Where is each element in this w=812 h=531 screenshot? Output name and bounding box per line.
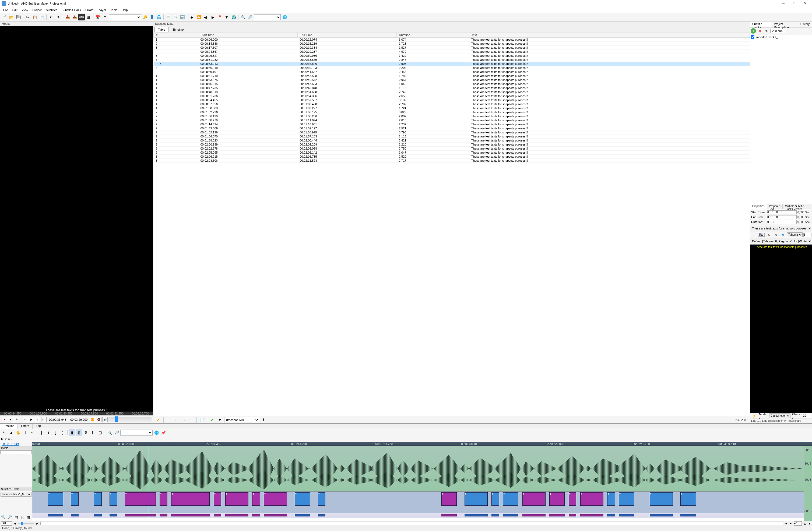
table-row[interactable]: → 700:00:33.94300:00:36.8462,903These ar… xyxy=(154,62,750,66)
tl-combo[interactable] xyxy=(120,430,153,436)
mute-button[interactable]: 🔇 xyxy=(96,417,101,422)
table-row[interactable]: 200:02:05.09500:02:06.1421,047These are … xyxy=(154,151,750,155)
mode-icon[interactable]: ⚡ xyxy=(751,413,757,419)
apply-icon[interactable]: 🌐 xyxy=(281,14,288,20)
subtitle-clip[interactable]: T xyxy=(441,492,457,506)
table-row[interactable]: 600:00:31.03200:00:33.8792,847These are … xyxy=(154,58,750,62)
grid-icon[interactable]: ▦ xyxy=(85,14,92,20)
table-row[interactable]: 100:00:54.45500:00:57.5873,132These are … xyxy=(154,98,750,102)
tab-prepared-text[interactable]: Prepared Text xyxy=(767,204,783,209)
font-size-input[interactable] xyxy=(803,233,811,237)
subtitle-clip[interactable]: T xyxy=(522,492,546,506)
key-icon[interactable]: 🔑 xyxy=(142,14,148,20)
settings-icon[interactable]: ⚙ xyxy=(102,14,108,20)
table-row[interactable]: 200:01:58.02300:02:00.4442,421These are … xyxy=(154,138,750,143)
tab-properties[interactable]: Properties xyxy=(750,204,767,209)
tl-split-icon[interactable]: ⊥ xyxy=(22,429,29,436)
delete-track-button[interactable]: ✕ xyxy=(757,28,763,34)
subtitle-clip[interactable]: T xyxy=(569,492,577,506)
subtitle-clip[interactable]: T xyxy=(295,492,310,506)
nav-first-icon[interactable]: ← xyxy=(165,417,172,423)
web-refresh-icon[interactable]: 🌍 xyxy=(230,14,237,20)
table-row[interactable]: 300:02:08.80600:02:11.5232,717These are … xyxy=(154,159,750,163)
subtitle-clip[interactable]: T xyxy=(225,492,248,506)
table-row[interactable]: 300:02:06.21500:02:08.7352,520These are … xyxy=(154,155,750,159)
subtitle-clip[interactable]: T xyxy=(171,492,210,506)
table-row[interactable]: 300:00:17.80700:00:19.3341,527These are … xyxy=(154,46,750,50)
tl-a-icon[interactable]: ▤ xyxy=(13,514,19,520)
zoom-in-icon[interactable]: 🔍 xyxy=(240,14,246,20)
tl-mark-icon[interactable]: ▢ xyxy=(97,429,103,436)
btab-timeline[interactable]: Timeline xyxy=(0,424,18,429)
table-row[interactable]: 400:00:24.56700:00:29.2374,670These are … xyxy=(154,50,750,54)
btab-log[interactable]: Log xyxy=(32,424,44,429)
copy-icon[interactable]: 📋 xyxy=(31,14,38,20)
minimize-button[interactable]: ─ xyxy=(778,0,789,7)
subtitle-clip[interactable]: T xyxy=(607,492,615,506)
table-row[interactable]: 200:01:06.19900:01:08.2062,007These are … xyxy=(154,114,750,118)
tl-b-icon[interactable]: ▥ xyxy=(20,514,25,520)
tl-end-button[interactable]: • xyxy=(11,438,12,441)
volume-button[interactable]: 🔊 xyxy=(102,417,108,422)
doc-icon[interactable]: 📄 xyxy=(199,417,205,423)
save-icon[interactable]: 💾 xyxy=(15,14,21,20)
start-time-input[interactable] xyxy=(767,210,797,215)
menu-edit[interactable]: Edit xyxy=(10,8,20,12)
subtitle-table[interactable]: #Start TimeEnd TimeDurationText100:00:06… xyxy=(154,32,750,416)
rec-button[interactable]: ● xyxy=(2,417,7,422)
stop-button[interactable]: ■ xyxy=(8,417,13,422)
seek-start-icon[interactable]: ⏮ xyxy=(188,14,195,20)
subtitle-clip[interactable]: T xyxy=(160,492,168,506)
tl-zoom-icon[interactable]: 🔍 xyxy=(106,429,113,436)
table-row[interactable]: 200:01:52.19900:01:55.9953,796These are … xyxy=(154,131,750,134)
tl-l-icon[interactable]: L xyxy=(90,429,96,436)
table-row[interactable]: 200:01:02.29600:01:06.1253,829These are … xyxy=(154,110,750,114)
paste-icon[interactable]: 📄 xyxy=(39,14,45,20)
subtitle-clip[interactable]: T xyxy=(503,492,518,506)
menu-player[interactable]: Player xyxy=(96,8,108,12)
tl-stop-button[interactable]: ⊙ xyxy=(8,437,10,441)
export-icon[interactable]: 📤 xyxy=(71,14,78,20)
table-row[interactable]: 200:01:08.27900:01:11.0942,815These are … xyxy=(154,118,750,122)
tab-history[interactable]: History xyxy=(798,21,812,27)
subtitle-clip[interactable]: T xyxy=(491,492,499,506)
media-slot[interactable] xyxy=(0,450,32,454)
nav-next-icon[interactable]: → xyxy=(180,417,187,423)
subtitle-clip[interactable]: T xyxy=(125,492,156,506)
col-header[interactable]: # xyxy=(154,32,198,38)
rtl-button[interactable]: RtL xyxy=(758,233,765,237)
table-row[interactable]: 500:00:29.52700:00:30.9561,429These are … xyxy=(154,54,750,58)
table-row[interactable]: 100:00:43.57500:00:46.5422,967These are … xyxy=(154,78,750,82)
table-row[interactable]: 200:02:02.27800:02:05.0282,750These are … xyxy=(154,147,750,151)
subtitle-clip[interactable]: T xyxy=(650,492,673,506)
check-icon[interactable]: ✔ xyxy=(155,417,161,423)
tl-web-icon[interactable]: 🌐 xyxy=(153,429,160,436)
seek-next-icon[interactable]: |▶ xyxy=(209,14,216,20)
maximize-button[interactable]: ☐ xyxy=(789,0,800,7)
loop-button[interactable]: 🔁 xyxy=(90,417,95,422)
apply-green-icon[interactable]: ✔ xyxy=(209,417,216,423)
table-row[interactable]: 100:00:47.73500:00:48.8481,113These are … xyxy=(154,86,750,90)
edit-button[interactable]: ✎ xyxy=(14,417,19,422)
italic-icon[interactable]: A xyxy=(773,232,779,238)
track-list[interactable]: ImportedTrack1_0 xyxy=(750,34,812,204)
undo-icon[interactable]: ↶ xyxy=(48,14,54,20)
table-row[interactable]: 200:00:14.53600:00:16.2591,723These are … xyxy=(154,42,750,46)
subtitle-clip[interactable]: T xyxy=(252,492,260,506)
subtitle-text-field[interactable]: These are test texts for snapsots purose… xyxy=(750,226,812,231)
tab-subtitle-tracks[interactable]: Subtitle Tracks xyxy=(750,21,772,27)
tl-pin-icon[interactable]: 📌 xyxy=(160,429,166,436)
duration-input[interactable] xyxy=(767,220,797,224)
menu-subtitles[interactable]: Subtitles xyxy=(44,8,59,12)
open-icon[interactable]: 📂 xyxy=(8,14,15,20)
tab-table[interactable]: Table xyxy=(155,27,169,32)
next-button[interactable]: ⏭ xyxy=(41,417,46,422)
tl-cursor-icon[interactable]: ↖ xyxy=(1,429,8,436)
refresh-icon[interactable]: 🔄 xyxy=(179,14,186,20)
add-fmt-icon[interactable]: + xyxy=(751,232,757,238)
col-header[interactable]: End Time xyxy=(298,32,397,38)
table-row[interactable]: 100:00:51.73600:00:54.3862,650These are … xyxy=(154,94,750,98)
world-icon[interactable]: 🌐 xyxy=(156,14,162,20)
table-row[interactable]: 200:01:14.69400:01:16.9312,237These are … xyxy=(154,122,750,127)
prev-button[interactable]: ⏮ xyxy=(23,417,28,422)
